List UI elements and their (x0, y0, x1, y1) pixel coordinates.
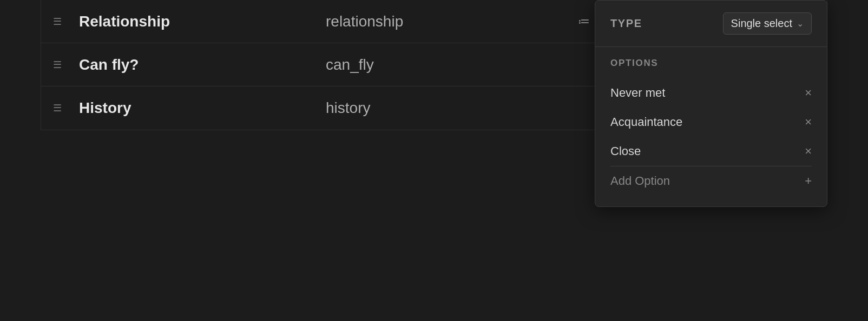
hamburger-icon: ☰ (53, 17, 62, 26)
row-key-canfly: can_fly (320, 56, 567, 73)
page-wrapper: ☰ Relationship relationship ≔ Single sel… (0, 0, 868, 321)
options-header-label: OPTIONS (610, 58, 812, 69)
dropdown-header: TYPE Single select ⌄ (595, 1, 827, 47)
option-remove-close[interactable]: × (805, 144, 812, 158)
type-select-value: Single select (731, 17, 792, 30)
row-key-history: history (320, 99, 567, 117)
add-option-row[interactable]: Add Option + (610, 166, 812, 196)
option-row-close[interactable]: Close × (610, 137, 812, 166)
option-remove-acquaintance[interactable]: × (805, 115, 812, 129)
chevron-down-icon: ⌄ (797, 18, 804, 29)
add-option-icon: + (805, 174, 812, 188)
option-label-never-met: Never met (610, 86, 665, 100)
drag-handle-history[interactable]: ☰ (41, 103, 74, 113)
dropdown-panel: TYPE Single select ⌄ OPTIONS Never met ×… (595, 0, 827, 207)
option-row-never-met[interactable]: Never met × (610, 78, 812, 108)
type-key-label: TYPE (610, 17, 642, 30)
hamburger-icon: ☰ (53, 60, 62, 70)
add-option-label: Add Option (610, 174, 670, 188)
row-name-history: History (74, 99, 320, 117)
option-row-acquaintance[interactable]: Acquaintance × (610, 108, 812, 137)
type-select-dropdown[interactable]: Single select ⌄ (723, 12, 812, 35)
list-icon: ≔ (578, 15, 590, 29)
row-name-relationship: Relationship (74, 13, 320, 30)
option-label-close: Close (610, 144, 641, 158)
options-section: OPTIONS Never met × Acquaintance × Close… (595, 47, 827, 206)
hamburger-icon: ☰ (53, 103, 62, 113)
row-key-relationship: relationship (320, 13, 567, 30)
row-name-canfly: Can fly? (74, 56, 320, 73)
drag-handle-relationship[interactable]: ☰ (41, 17, 74, 26)
option-label-acquaintance: Acquaintance (610, 115, 682, 129)
drag-handle-canfly[interactable]: ☰ (41, 60, 74, 70)
option-remove-never-met[interactable]: × (805, 86, 812, 100)
